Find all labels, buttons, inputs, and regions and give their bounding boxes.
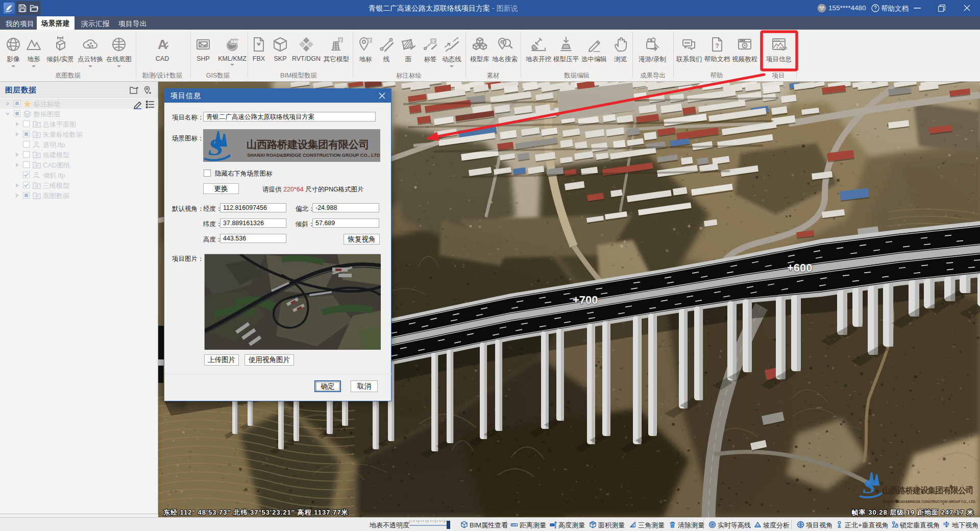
svg-text:山西路桥建设集团有限公司: 山西路桥建设集团有限公司 [247,138,369,150]
svg-text:T: T [339,38,342,43]
svg-text:S: S [863,475,876,498]
svg-text:SHANXI ROAD&BRIDGE CONSTRUCTIO: SHANXI ROAD&BRIDGE CONSTRUCTION GROUP CO… [247,153,380,158]
svg-text:山西路桥建设集团有限公司: 山西路桥建设集团有限公司 [883,486,973,495]
svg-text:帧率 30.28 层级 19 距地面 247.17 米: 帧率 30.28 层级 19 距地面 247.17 米 [852,509,974,516]
svg-text:东经 112° 48′53.73″ 北纬 37°53′23.: 东经 112° 48′53.73″ 北纬 37°53′23.21″ 高程 113… [163,509,348,516]
svg-text:S: S [208,134,223,160]
svg-text:Logo: Logo [777,45,788,51]
svg-text:?: ? [715,42,719,50]
svg-text:+600: +600 [787,261,813,274]
svg-text:SHANXI ROAD&BRIDGE CONSTRUCTIO: SHANXI ROAD&BRIDGE CONSTRUCTION GROUP CO… [883,500,976,504]
svg-text:+700: +700 [573,294,598,306]
